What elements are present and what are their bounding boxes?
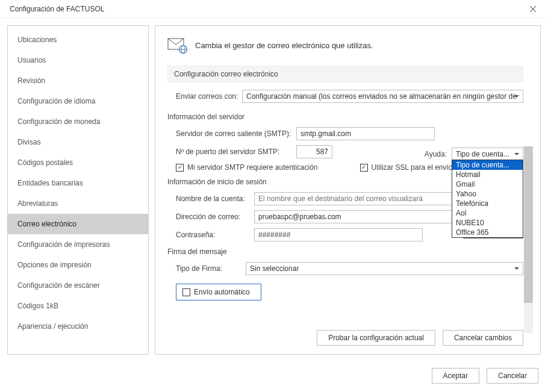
smtp-auth-label: Mi servidor SMTP requiere autenticación xyxy=(187,163,318,172)
signature-type-row: Tipo de Firma: Sin seleccionar xyxy=(167,262,523,275)
scrollbar-thumb[interactable] xyxy=(524,146,533,303)
dropdown-option-nube10[interactable]: NUBE10 xyxy=(452,218,523,228)
sidebar-item-entidades-bancarias[interactable]: Entidades bancarias xyxy=(8,173,148,193)
sidebar-item-idioma[interactable]: Configuración de idioma xyxy=(8,91,148,111)
sidebar-item-codigos-1kb[interactable]: Códigos 1kB xyxy=(8,296,148,316)
sidebar-item-usuarios[interactable]: Usuarios xyxy=(8,50,148,70)
smtp-auth-checkbox-row[interactable]: Mi servidor SMTP requiere autenticación xyxy=(176,163,318,172)
smtp-server-label: Servidor de correo saliente (SMTP): xyxy=(176,129,296,138)
help-label: Ayuda: xyxy=(425,150,447,158)
smtp-port-input[interactable] xyxy=(296,145,332,158)
sidebar-item-revision[interactable]: Revisión xyxy=(8,70,148,91)
sidebar: Ubicaciones Usuarios Revisión Configurac… xyxy=(7,25,149,355)
sidebar-item-apariencia[interactable]: Apariencia / ejecución xyxy=(8,316,148,337)
close-icon[interactable] xyxy=(524,0,542,18)
main-container: Ubicaciones Usuarios Revisión Configurac… xyxy=(0,18,548,358)
signature-type-label: Tipo de Firma: xyxy=(176,264,246,273)
header-row: Cambia el gestor de correo electrónico q… xyxy=(167,38,523,52)
sidebar-item-moneda[interactable]: Configuración de moneda xyxy=(8,111,148,132)
signature-type-select[interactable]: Sin seleccionar xyxy=(246,262,523,275)
config-section-header: Configuración correo electrónico xyxy=(167,66,523,82)
page-title: Cambia el gestor de correo electrónico q… xyxy=(195,41,373,50)
account-name-label: Nombre de la cuenta: xyxy=(176,194,254,203)
account-type-dropdown: Tipo de cuenta... Hotmail Gmail Yahoo Te… xyxy=(452,160,523,238)
smtp-port-label: Nº de puerto del servidor SMTP: xyxy=(176,148,296,156)
titlebar: Configuración de FACTUSOL xyxy=(0,0,548,18)
sidebar-item-ubicaciones[interactable]: Ubicaciones xyxy=(8,30,148,50)
cancel-button[interactable]: Cancelar xyxy=(487,368,538,384)
ssl-checkbox-row[interactable]: Utilizar SSL para el envío de xyxy=(360,163,463,172)
sidebar-item-abreviaturas[interactable]: Abreviaturas xyxy=(8,193,148,214)
dropdown-option-yahoo[interactable]: Yahoo xyxy=(452,189,523,199)
window-title: Configuración de FACTUSOL xyxy=(10,5,104,13)
cancel-changes-button[interactable]: Cancelar cambios xyxy=(443,330,523,346)
dropdown-option-office365[interactable]: Office 365 xyxy=(452,228,523,237)
test-config-button[interactable]: Probar la configuración actual xyxy=(317,330,435,346)
dropdown-option-aol[interactable]: Aol xyxy=(452,208,523,218)
help-area: Ayuda: Tipo de cuenta... xyxy=(425,148,523,161)
dropdown-option-hotmail[interactable]: Hotmail xyxy=(452,170,523,179)
smtp-auth-checkbox[interactable] xyxy=(176,164,184,172)
email-label: Dirección de correo: xyxy=(176,213,254,221)
sidebar-item-divisas[interactable]: Divisas xyxy=(8,132,148,152)
send-with-select[interactable]: Configuración manual (los correos enviad… xyxy=(242,90,523,103)
dropdown-option-tipo[interactable]: Tipo de cuenta... xyxy=(452,160,523,170)
server-info-title: Información del servidor xyxy=(167,113,523,121)
account-type-value: Tipo de cuenta... xyxy=(456,150,509,158)
auto-send-box[interactable]: Envío automático xyxy=(176,284,261,300)
smtp-server-input[interactable] xyxy=(296,127,435,140)
main-panel: Cambia el gestor de correo electrónico q… xyxy=(155,25,541,355)
send-with-value: Configuración manual (los correos enviad… xyxy=(246,92,517,101)
auto-send-checkbox[interactable] xyxy=(182,288,190,296)
scrollbar[interactable] xyxy=(524,146,533,333)
mail-globe-icon xyxy=(167,38,187,52)
sidebar-item-opciones-impresion[interactable]: Opciones de impresión xyxy=(8,255,148,275)
signature-title: Firma del mensaje xyxy=(167,247,523,256)
sidebar-item-codigos-postales[interactable]: Códigos postales xyxy=(8,152,148,173)
password-input[interactable] xyxy=(254,228,423,241)
signature-type-value: Sin seleccionar xyxy=(250,264,299,273)
send-with-row: Enviar correos con: Configuración manual… xyxy=(167,90,523,103)
sidebar-item-correo-electronico[interactable]: Correo electrónico xyxy=(8,214,148,234)
dropdown-option-gmail[interactable]: Gmail xyxy=(452,179,523,189)
sidebar-item-impresoras[interactable]: Configuración de impresoras xyxy=(8,234,148,255)
auto-send-label: Envío automático xyxy=(194,288,250,296)
smtp-server-row: Servidor de correo saliente (SMTP): xyxy=(167,127,523,140)
panel-buttons: Probar la configuración actual Cancelar … xyxy=(317,330,523,346)
send-with-label: Enviar correos con: xyxy=(176,92,242,101)
accept-button[interactable]: Aceptar xyxy=(432,368,479,384)
ssl-label: Utilizar SSL para el envío de xyxy=(372,163,463,172)
dropdown-option-telefonica[interactable]: Telefónica xyxy=(452,199,523,208)
sidebar-item-escaner[interactable]: Configuración de escáner xyxy=(8,275,148,296)
dialog-buttons: Aceptar Cancelar xyxy=(432,368,538,384)
account-type-select[interactable]: Tipo de cuenta... xyxy=(452,148,523,161)
password-label: Contraseña: xyxy=(176,231,254,239)
ssl-checkbox[interactable] xyxy=(360,164,368,172)
